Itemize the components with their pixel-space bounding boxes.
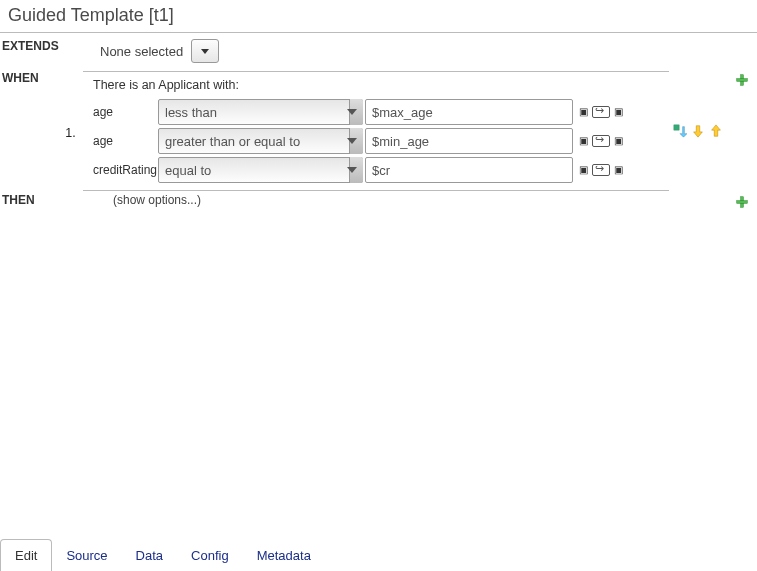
operator-select[interactable]: [158, 99, 363, 125]
when-section: WHEN 1. There is an Applicant with: age: [0, 71, 757, 191]
when-label: WHEN: [0, 71, 58, 85]
constraint-row: age ▣ ▣: [83, 128, 669, 154]
operator-select[interactable]: [158, 157, 363, 183]
operator-select[interactable]: [158, 128, 363, 154]
title-divider: [0, 32, 757, 33]
add-constraint-icon[interactable]: ▣: [614, 165, 623, 175]
constraint-field[interactable]: creditRating: [83, 163, 158, 177]
page-title: Guided Template [t1]: [0, 0, 757, 28]
tab-edit[interactable]: Edit: [0, 539, 52, 571]
value-input[interactable]: [365, 157, 573, 183]
extends-row: EXTENDS None selected: [0, 39, 757, 63]
remove-constraint-icon[interactable]: ▣: [579, 107, 588, 117]
add-pattern-icon[interactable]: [735, 73, 749, 87]
add-action-icon[interactable]: [735, 195, 749, 209]
then-label: THEN: [0, 193, 58, 207]
move-down-icon[interactable]: [691, 124, 705, 138]
tab-data[interactable]: Data: [122, 540, 177, 571]
svg-rect-4: [737, 201, 748, 204]
pattern-block: There is an Applicant with: age ▣: [83, 71, 669, 191]
bind-variable-icon[interactable]: [592, 164, 610, 176]
extends-label: EXTENDS: [0, 39, 100, 53]
constraint-row: creditRating ▣ ▣: [83, 157, 669, 183]
move-up-icon[interactable]: [709, 124, 723, 138]
then-section: THEN (show options...): [0, 193, 757, 209]
extends-dropdown-button[interactable]: [191, 39, 219, 63]
add-constraint-icon[interactable]: ▣: [614, 107, 623, 117]
svg-rect-2: [737, 79, 748, 82]
constraint-field[interactable]: age: [83, 105, 158, 119]
add-below-icon[interactable]: [673, 124, 687, 138]
add-constraint-icon[interactable]: ▣: [614, 136, 623, 146]
pattern-index: 1.: [58, 122, 83, 140]
tab-config[interactable]: Config: [177, 540, 243, 571]
tab-bar: Edit Source Data Config Metadata: [0, 539, 757, 571]
pattern-row-actions: [669, 71, 727, 191]
extends-value[interactable]: None selected: [100, 44, 183, 59]
value-input[interactable]: [365, 99, 573, 125]
value-input[interactable]: [365, 128, 573, 154]
tab-metadata[interactable]: Metadata: [243, 540, 325, 571]
constraint-field[interactable]: age: [83, 134, 158, 148]
tab-source[interactable]: Source: [52, 540, 121, 571]
bind-variable-icon[interactable]: [592, 135, 610, 147]
remove-constraint-icon[interactable]: ▣: [579, 136, 588, 146]
pattern-heading[interactable]: There is an Applicant with:: [83, 76, 669, 96]
bind-variable-icon[interactable]: [592, 106, 610, 118]
remove-constraint-icon[interactable]: ▣: [579, 165, 588, 175]
svg-rect-0: [674, 125, 679, 130]
show-options-link[interactable]: (show options...): [58, 193, 727, 207]
constraint-row: age ▣ ▣: [83, 99, 669, 125]
